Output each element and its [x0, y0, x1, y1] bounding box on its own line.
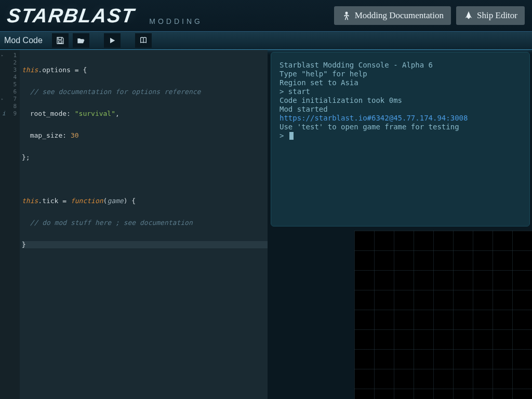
line-number: 9 [0, 110, 17, 117]
code-line: // do mod stuff here ; see documentation [22, 219, 268, 227]
play-icon [108, 36, 116, 45]
modding-documentation-button[interactable]: Modding Documentation [334, 6, 451, 25]
code-content[interactable]: this.options = { // see documentation fo… [22, 52, 268, 263]
line-number: 1 [0, 52, 17, 59]
console-line: Use 'test' to open game frame for testin… [280, 123, 521, 131]
logo: STARBLAST [6, 5, 136, 27]
code-line: root_mode: "survival", [22, 110, 268, 117]
console[interactable]: Starblast Modding Console - Alpha 6 Type… [271, 52, 530, 227]
line-number: 6 [0, 88, 17, 96]
code-editor[interactable]: 1 2 3 4 5 6 7 8 9 this.options = { // se… [0, 50, 268, 399]
preview-grid[interactable] [354, 231, 532, 399]
book-icon [139, 36, 148, 45]
svg-point-0 [345, 12, 348, 15]
line-number: 4 [0, 74, 17, 81]
run-button[interactable] [104, 33, 121, 48]
line-number: 2 [0, 59, 17, 66]
code-line: } [22, 241, 268, 248]
line-number: 3 [0, 66, 17, 74]
main: 1 2 3 4 5 6 7 8 9 this.options = { // se… [0, 50, 532, 399]
toolbar-label: Mod Code [4, 36, 43, 45]
logo-subtitle: MODDING [149, 17, 203, 25]
console-line: Mod started [280, 105, 521, 114]
code-line: this.tick = function(game) { [22, 197, 268, 205]
cursor-icon [289, 132, 294, 140]
console-prompt[interactable]: > [280, 131, 521, 140]
person-icon [341, 10, 352, 21]
line-number: 5 [0, 81, 17, 88]
header-buttons: Modding Documentation Ship Editor [334, 6, 525, 25]
console-line: Code initialization took 0ms [280, 96, 521, 105]
toolbar: Mod Code [0, 31, 532, 50]
line-number: 7 [0, 96, 17, 103]
console-link[interactable]: https://starblast.io#6342@45.77.174.94:3… [280, 114, 521, 123]
line-number: 8 [0, 103, 17, 110]
folder-open-icon [77, 36, 85, 45]
console-line: Region set to Asia [280, 78, 521, 87]
ship-editor-button[interactable]: Ship Editor [456, 6, 525, 25]
docs-button[interactable] [135, 33, 152, 48]
save-button[interactable] [52, 33, 69, 48]
ship-icon [463, 10, 474, 21]
code-line: }; [22, 154, 268, 161]
open-button[interactable] [73, 33, 89, 48]
code-line [22, 176, 268, 183]
gutter: 1 2 3 4 5 6 7 8 9 [0, 50, 20, 399]
code-line: map_size: 30 [22, 132, 268, 139]
ship-label: Ship Editor [477, 10, 517, 21]
code-line: // see documentation for options referen… [22, 88, 268, 96]
console-line: Type "help" for help [280, 70, 521, 78]
code-line: this.options = { [22, 66, 268, 74]
docs-label: Modding Documentation [355, 10, 444, 21]
right-panel: Starblast Modding Console - Alpha 6 Type… [268, 50, 532, 399]
header: STARBLAST MODDING Modding Documentation … [0, 0, 532, 31]
console-line: > start [280, 87, 521, 96]
console-line: Starblast Modding Console - Alpha 6 [280, 61, 521, 70]
save-icon [56, 36, 64, 45]
